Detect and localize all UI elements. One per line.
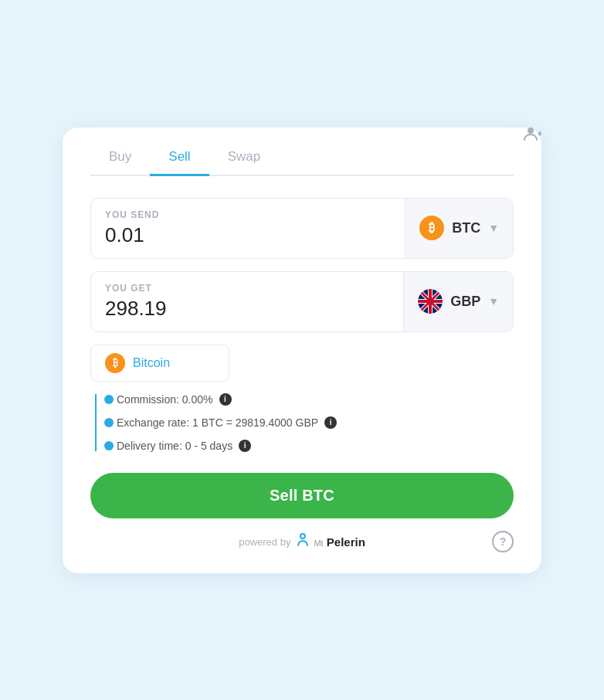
bitcoin-icon: ₿ <box>105 353 125 373</box>
powered-by-text: powered by <box>239 536 290 548</box>
pelerin-icon <box>295 532 310 552</box>
footer: powered by Mt Pelerin ? <box>90 532 514 552</box>
main-card: Buy Sell Swap YOU SEND 0.01 ₿ BTC ▼ YOU … <box>63 127 541 573</box>
delivery-time-info-icon[interactable]: i <box>239 440 251 452</box>
delivery-time-row: Delivery time: 0 - 5 days i <box>106 434 514 457</box>
commission-info-icon[interactable]: i <box>219 393 232 406</box>
btc-icon: ₿ <box>419 216 444 240</box>
sell-button[interactable]: Sell BTC <box>90 473 514 518</box>
get-input-area: YOU GET 298.19 <box>91 272 404 331</box>
gbp-chevron-icon: ▼ <box>488 295 499 308</box>
get-value: 298.19 <box>105 297 389 321</box>
tab-buy[interactable]: Buy <box>90 149 150 175</box>
info-section: Commission: 0.00% i Exchange rate: 1 BTC… <box>90 388 514 457</box>
btc-chevron-icon: ▼ <box>488 222 499 234</box>
btc-code: BTC <box>452 220 480 236</box>
get-row: YOU GET 298.19 GBP <box>90 271 514 332</box>
tab-sell[interactable]: Sell <box>150 149 209 176</box>
blue-line <box>95 394 97 451</box>
send-label: YOU SEND <box>105 209 391 220</box>
brand-text: Mt Pelerin <box>314 535 365 549</box>
user-icon[interactable] <box>523 124 541 148</box>
bitcoin-dropdown-item[interactable]: ₿ Bitcoin <box>90 345 229 382</box>
tabs-bar: Buy Sell Swap <box>90 149 514 176</box>
pelerin-logo: Mt Pelerin <box>295 532 365 552</box>
help-icon[interactable]: ? <box>492 531 514 552</box>
dropdown-row: ₿ Bitcoin <box>90 345 514 382</box>
gbp-selector[interactable]: GBP ▼ <box>404 272 513 331</box>
delivery-time-text: Delivery time: 0 - 5 days <box>117 440 232 452</box>
send-row: YOU SEND 0.01 ₿ BTC ▼ <box>90 198 514 259</box>
bitcoin-label: Bitcoin <box>133 356 170 370</box>
commission-text: Commission: 0.00% <box>117 393 213 406</box>
gbp-flag-icon <box>418 289 443 314</box>
send-value[interactable]: 0.01 <box>105 223 391 247</box>
exchange-rate-text: Exchange rate: 1 BTC = 29819.4000 GBP <box>117 416 318 429</box>
send-input-area[interactable]: YOU SEND 0.01 <box>91 199 405 258</box>
tab-swap[interactable]: Swap <box>209 149 280 175</box>
btc-selector[interactable]: ₿ BTC ▼ <box>405 199 513 258</box>
get-label: YOU GET <box>105 283 389 294</box>
powered-by: powered by Mt Pelerin <box>239 532 365 552</box>
exchange-rate-info-icon[interactable]: i <box>324 416 337 429</box>
svg-point-14 <box>300 534 305 539</box>
exchange-rate-row: Exchange rate: 1 BTC = 29819.4000 GBP i <box>106 411 514 434</box>
commission-row: Commission: 0.00% i <box>106 388 514 411</box>
gbp-code: GBP <box>450 294 480 310</box>
svg-point-0 <box>528 127 534 134</box>
